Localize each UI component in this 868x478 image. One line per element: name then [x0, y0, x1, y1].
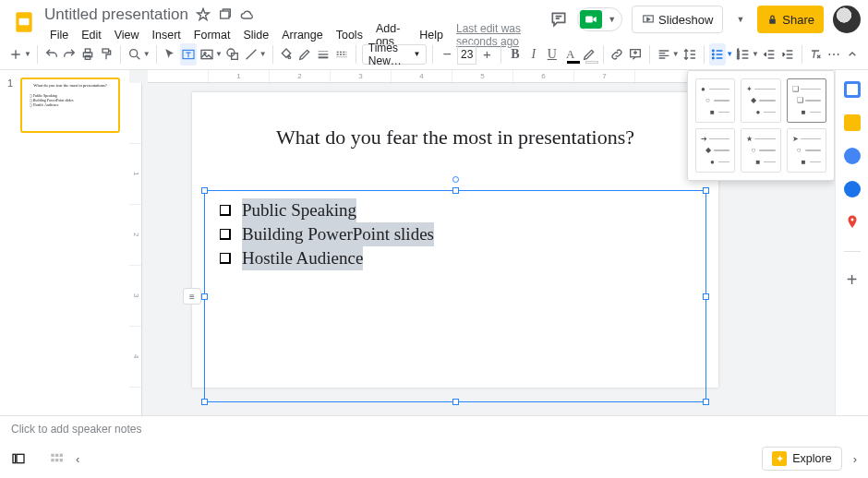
shape-tool[interactable] [224, 43, 241, 66]
textbox-tool[interactable] [180, 43, 197, 66]
contacts-icon[interactable] [844, 181, 861, 197]
collapse-toolbar-button[interactable] [844, 43, 861, 66]
slides-logo[interactable] [7, 6, 41, 39]
calendar-icon[interactable] [844, 81, 861, 98]
bulleted-list-button[interactable] [709, 43, 726, 66]
svg-rect-3 [585, 17, 593, 23]
text-color-button[interactable]: A [562, 43, 579, 66]
menu-insert[interactable]: Insert [147, 27, 187, 43]
explore-button[interactable]: ✦ Explore [762, 447, 841, 471]
border-weight-button[interactable] [315, 43, 332, 66]
rotate-handle[interactable] [452, 176, 459, 183]
list-item[interactable]: Public Speaking [220, 198, 702, 222]
tasks-icon[interactable] [844, 148, 861, 164]
menu-tools[interactable]: Tools [331, 27, 368, 43]
share-button[interactable]: Share [757, 6, 824, 33]
menu-format[interactable]: Format [188, 27, 236, 43]
resize-handle[interactable] [201, 293, 208, 300]
insert-link-button[interactable] [609, 43, 625, 66]
slide-title-text[interactable]: What do you fear the most in presentatio… [192, 92, 718, 149]
comments-icon[interactable] [549, 10, 568, 29]
addons-plus-icon[interactable]: + [844, 272, 861, 289]
bullet-option[interactable]: ✦ ◆ ● [741, 78, 780, 123]
account-avatar[interactable] [833, 6, 861, 33]
bullet-option[interactable]: ● ○ ■ [695, 78, 735, 123]
print-button[interactable] [79, 43, 96, 66]
zoom-button[interactable] [127, 43, 143, 66]
italic-button[interactable]: I [525, 43, 542, 66]
move-icon[interactable] [218, 7, 233, 22]
linespacing-button[interactable] [681, 43, 698, 66]
bullet-option[interactable]: ➤ ○ ■ [787, 128, 826, 173]
image-dropdown[interactable]: ▼ [215, 50, 223, 58]
paint-format-button[interactable] [98, 43, 115, 66]
zoom-dropdown[interactable]: ▼ [143, 50, 151, 58]
sidepanel-collapse-icon[interactable]: › [853, 452, 857, 466]
list-item[interactable]: Building PowerPoint slides [220, 222, 702, 246]
resize-handle[interactable] [703, 187, 709, 194]
slide-page[interactable]: What do you fear the most in presentatio… [192, 92, 718, 388]
numbered-list-button[interactable]: 123 [735, 43, 752, 66]
indent-button[interactable] [779, 43, 796, 66]
menu-help[interactable]: Help [414, 27, 449, 43]
bullet-option[interactable]: ★ ○ ■ [741, 128, 780, 173]
autofit-indicator[interactable]: ≡ [183, 288, 201, 305]
bulleted-list-dropdown[interactable]: ▼ [726, 50, 733, 58]
bullet-option[interactable]: ❑ ❑ ■ [787, 78, 826, 123]
menu-slide[interactable]: Slide [237, 27, 274, 43]
resize-handle[interactable] [703, 293, 709, 300]
filmstrip-view-icon[interactable] [11, 452, 26, 465]
bullet-option[interactable]: ➔ ◆ ● [695, 128, 735, 173]
increase-font-button[interactable]: + [478, 43, 495, 66]
star-icon[interactable] [196, 7, 211, 22]
redo-button[interactable] [61, 43, 78, 66]
resize-handle[interactable] [703, 399, 709, 405]
doc-title[interactable]: Untitled presentation [44, 6, 188, 24]
resize-handle[interactable] [201, 187, 208, 194]
maps-icon[interactable] [844, 214, 861, 231]
list-item[interactable]: Hostile Audience [220, 246, 702, 270]
highlight-color-button[interactable] [581, 43, 597, 66]
menu-file[interactable]: File [44, 27, 74, 43]
slideshow-dropdown[interactable]: ▼ [732, 15, 748, 24]
border-dash-button[interactable] [333, 43, 350, 66]
image-tool[interactable] [199, 43, 215, 66]
bold-button[interactable]: B [507, 43, 524, 66]
line-dropdown[interactable]: ▼ [259, 50, 267, 58]
select-tool[interactable] [162, 43, 178, 66]
resize-handle[interactable] [452, 399, 459, 405]
align-dropdown[interactable]: ▼ [672, 50, 680, 58]
keep-icon[interactable] [844, 114, 861, 131]
outdent-button[interactable] [761, 43, 778, 66]
menu-view[interactable]: View [109, 27, 145, 43]
grid-view-icon[interactable] [50, 452, 65, 465]
speaker-notes[interactable]: Click to add speaker notes [0, 415, 868, 441]
cloud-icon[interactable] [240, 7, 255, 22]
resize-handle[interactable] [201, 399, 208, 405]
font-size-field[interactable]: 23 [457, 44, 476, 65]
slide-canvas[interactable]: 1234567 1234 What do you fear the most i… [129, 70, 835, 415]
border-color-button[interactable] [296, 43, 313, 66]
underline-button[interactable]: U [544, 43, 561, 66]
line-tool[interactable] [243, 43, 259, 66]
clear-format-button[interactable] [807, 43, 824, 66]
insert-comment-button[interactable] [627, 43, 644, 66]
new-slide-button[interactable] [7, 43, 24, 66]
new-slide-dropdown[interactable]: ▼ [24, 50, 31, 58]
slideshow-button[interactable]: Slideshow [632, 6, 723, 33]
slide-thumbnail[interactable]: What do you fear the most in presentatio… [20, 78, 120, 133]
font-family-combo[interactable]: Times New…▼ [362, 44, 428, 65]
align-button[interactable] [656, 43, 672, 66]
body-textbox[interactable]: Public Speaking Building PowerPoint slid… [204, 190, 706, 402]
menu-arrange[interactable]: Arrange [276, 27, 328, 43]
numbered-list-dropdown[interactable]: ▼ [752, 50, 759, 58]
decrease-font-button[interactable]: − [439, 43, 455, 66]
undo-button[interactable] [43, 43, 60, 66]
more-button[interactable]: ⋯ [826, 43, 842, 66]
svg-rect-24 [13, 454, 16, 462]
resize-handle[interactable] [452, 187, 459, 194]
menu-edit[interactable]: Edit [76, 27, 107, 43]
meet-button[interactable]: ▼ [577, 7, 622, 31]
fill-color-button[interactable] [278, 43, 295, 66]
filmstrip-collapse-icon[interactable]: ‹ [76, 452, 79, 466]
